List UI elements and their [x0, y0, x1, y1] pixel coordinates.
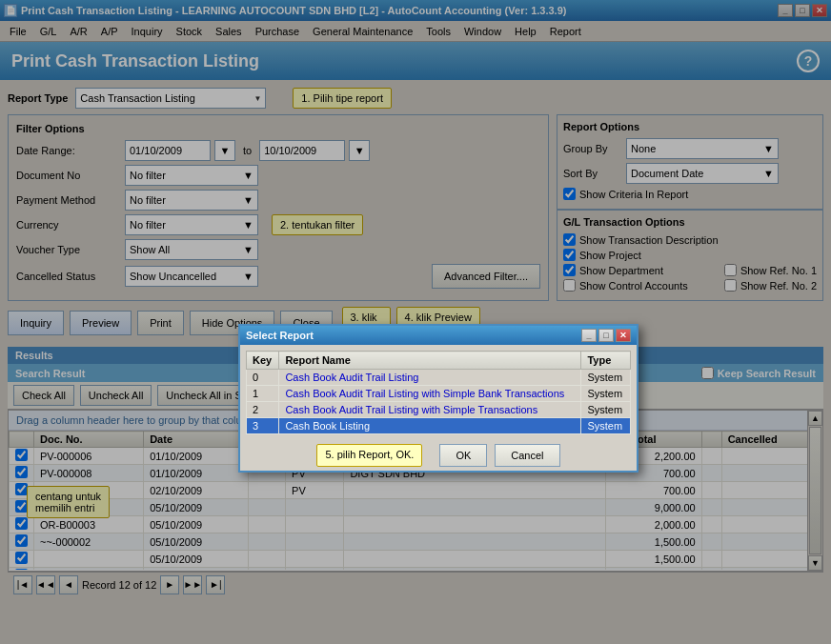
modal-row-key: 1 [247, 386, 279, 402]
modal-title: Select Report [246, 330, 314, 341]
modal-row-key: 2 [247, 402, 279, 418]
modal-col-name: Report Name [279, 352, 581, 370]
modal-table-row[interactable]: 1 Cash Book Audit Trail Listing with Sim… [247, 386, 631, 402]
modal-row-name[interactable]: Cash Book Listing [279, 418, 581, 434]
annotation-5: 5. pilih Report, OK. [316, 444, 422, 467]
modal-titlebar: Select Report _ □ ✕ [240, 326, 637, 345]
modal-col-key: Key [247, 352, 279, 370]
modal-row-name[interactable]: Cash Book Audit Trail Listing with Simpl… [279, 386, 581, 402]
modal-reports-table: Key Report Name Type 0 Cash Book Audit T… [246, 351, 631, 434]
modal-maximize-button[interactable]: □ [598, 329, 614, 342]
modal-minimize-button[interactable]: _ [581, 329, 597, 342]
modal-close-button[interactable]: ✕ [616, 329, 631, 342]
modal-row-name[interactable]: Cash Book Audit Trail Listing with Simpl… [279, 402, 581, 418]
modal-table-row[interactable]: 3 Cash Book Listing System [247, 418, 631, 434]
modal-row-type: System [581, 418, 631, 434]
modal-row-type: System [581, 386, 631, 402]
modal-table-row[interactable]: 2 Cash Book Audit Trail Listing with Sim… [247, 402, 631, 418]
modal-row-name[interactable]: Cash Book Audit Trail Listing [279, 370, 581, 386]
select-report-modal: Select Report _ □ ✕ Key Report Name Type… [238, 324, 638, 473]
modal-table-row[interactable]: 0 Cash Book Audit Trail Listing System [247, 370, 631, 386]
modal-overlay [0, 0, 831, 644]
modal-row-type: System [581, 402, 631, 418]
modal-row-type: System [581, 370, 631, 386]
modal-col-type: Type [581, 352, 631, 370]
modal-cancel-button[interactable]: Cancel [495, 444, 559, 467]
modal-ok-button[interactable]: OK [439, 444, 487, 467]
modal-row-key: 0 [247, 370, 279, 386]
modal-row-key: 3 [247, 418, 279, 434]
